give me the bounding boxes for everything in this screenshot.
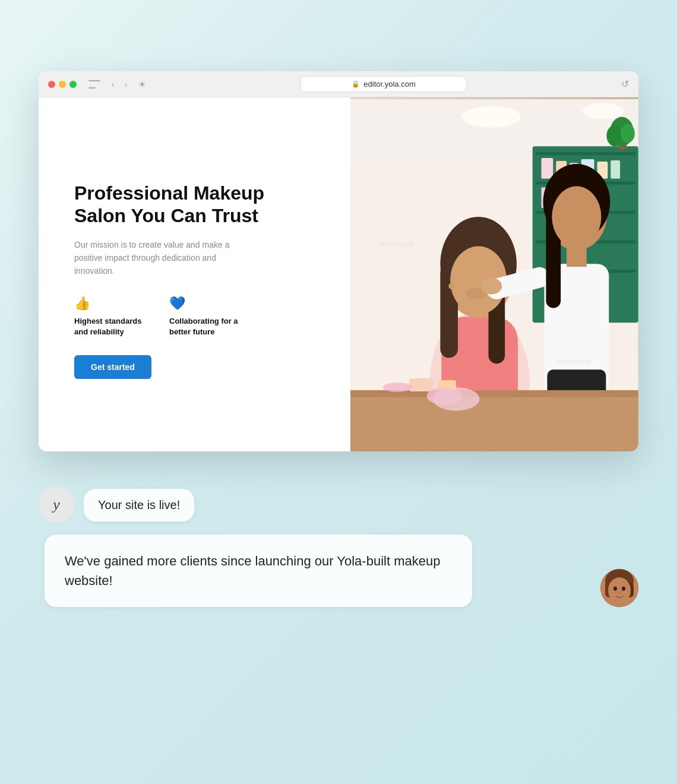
hero-image-svg: shutterstock shutterstock [350, 97, 638, 451]
svg-point-24 [621, 124, 635, 143]
svg-text:shutterstock: shutterstock [380, 241, 415, 248]
feature-1-label: Highest standards and reliability [74, 316, 151, 337]
chat-bubble-2: We've gained more clients since launchin… [45, 535, 472, 607]
maximize-button[interactable] [69, 81, 77, 88]
close-button[interactable] [48, 81, 55, 88]
chat-bubble-2-text: We've gained more clients since launchin… [65, 554, 440, 588]
hero-image: shutterstock shutterstock [350, 97, 638, 451]
svg-point-57 [613, 587, 617, 591]
svg-point-2 [462, 106, 521, 128]
chat-bubble-1-text: Your site is live! [98, 498, 180, 511]
thumbs-up-icon: 👍 [74, 296, 151, 311]
svg-point-59 [618, 592, 621, 594]
svg-point-23 [607, 125, 624, 147]
traffic-lights [48, 81, 77, 88]
svg-point-3 [583, 103, 624, 119]
hero-subtitle: Our mission is to create value and make … [74, 238, 241, 278]
svg-rect-5 [536, 152, 635, 155]
chat-section: y Your site is live! We've gained more c… [39, 475, 638, 619]
svg-point-56 [608, 577, 631, 603]
avatar-svg [600, 569, 638, 607]
get-started-button[interactable]: Get started [74, 355, 151, 379]
feature-2-label: Collaborating for a better future [169, 316, 246, 337]
svg-text:shutterstock: shutterstock [556, 358, 591, 365]
address-bar-wrap: 🔒 editor.yola.com [158, 76, 609, 92]
chat-row-2: We've gained more clients since launchin… [39, 535, 638, 607]
chat-row-1: y Your site is live! [39, 487, 638, 523]
svg-rect-10 [542, 158, 553, 179]
svg-point-33 [448, 283, 454, 289]
user-avatar [600, 569, 638, 607]
heart-icon: 💙 [169, 296, 246, 311]
user-avatar-image [600, 569, 638, 607]
svg-point-41 [552, 186, 602, 248]
minimize-button[interactable] [59, 81, 66, 88]
browser-window: ‹ › ☀ 🔒 editor.yola.com ↺ Professional M… [39, 71, 638, 451]
hero-title: Professional Makeup Salon You Can Trust [74, 182, 321, 227]
svg-point-47 [383, 382, 412, 392]
svg-rect-42 [567, 244, 587, 267]
svg-rect-15 [610, 160, 620, 179]
brightness-icon: ☀ [138, 80, 146, 89]
hero-left-panel: Professional Makeup Salon You Can Trust … [39, 97, 350, 451]
yola-initial: y [53, 496, 60, 514]
nav-buttons: ‹ › [107, 79, 131, 90]
sidebar-toggle-icon[interactable] [88, 80, 100, 88]
svg-point-58 [622, 587, 625, 591]
back-button[interactable]: ‹ [107, 79, 118, 90]
feature-2: 💙 Collaborating for a better future [169, 296, 246, 337]
svg-rect-43 [350, 393, 638, 451]
yola-avatar: y [39, 487, 74, 523]
reload-button[interactable]: ↺ [621, 78, 629, 90]
forward-button[interactable]: › [121, 79, 131, 90]
feature-1: 👍 Highest standards and reliability [74, 296, 151, 337]
hero-right-panel: shutterstock shutterstock [350, 97, 638, 451]
lock-icon: 🔒 [352, 80, 360, 88]
browser-content: Professional Makeup Salon You Can Trust … [39, 97, 638, 451]
svg-rect-45 [409, 378, 433, 391]
svg-point-36 [481, 278, 502, 295]
features-row: 👍 Highest standards and reliability 💙 Co… [74, 296, 321, 337]
browser-toolbar: ‹ › ☀ 🔒 editor.yola.com ↺ [39, 71, 638, 97]
address-bar[interactable]: 🔒 editor.yola.com [300, 76, 467, 92]
svg-point-49 [427, 387, 462, 405]
chat-bubble-1: Your site is live! [84, 489, 194, 521]
url-text: editor.yola.com [363, 80, 415, 88]
